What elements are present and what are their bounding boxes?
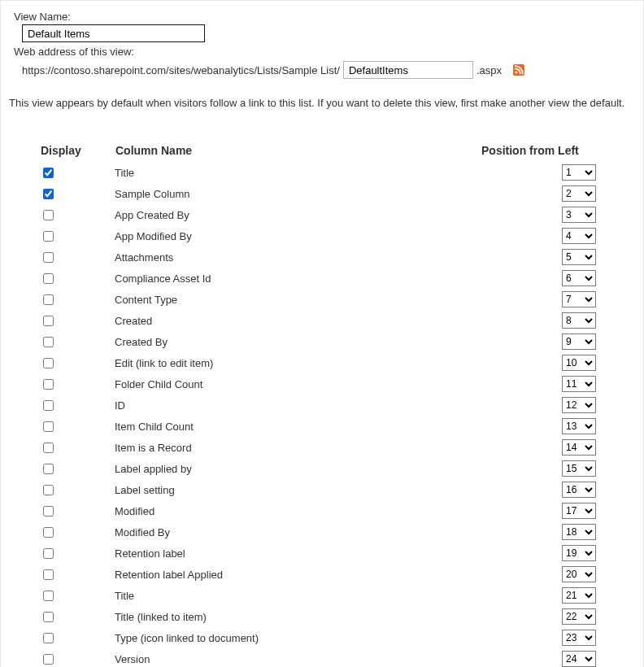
- column-name-label: Type (icon linked to document): [115, 632, 259, 644]
- table-row: Item Child Count123456789101112131415161…: [40, 416, 596, 437]
- display-checkbox[interactable]: [43, 273, 54, 284]
- web-address-label: Web address of this view:: [14, 46, 637, 58]
- display-checkbox[interactable]: [43, 168, 54, 178]
- display-checkbox[interactable]: [43, 252, 54, 263]
- table-row: App Created By12345678910111213141516171…: [40, 204, 596, 225]
- column-name-label: App Created By: [115, 209, 189, 221]
- column-name-label: ID: [115, 399, 125, 412]
- position-select[interactable]: 123456789101112131415161718192021222324: [562, 482, 596, 498]
- table-row: Edit (link to edit item)1234567891011121…: [40, 352, 596, 373]
- display-checkbox[interactable]: [43, 379, 54, 390]
- view-name-input[interactable]: [22, 24, 205, 42]
- column-name-label: Modified By: [115, 526, 170, 538]
- display-checkbox[interactable]: [43, 612, 54, 622]
- display-checkbox[interactable]: [43, 400, 54, 411]
- web-address-suffix: .aspx: [476, 64, 502, 76]
- position-select[interactable]: 123456789101112131415161718192021222324: [562, 164, 596, 181]
- position-select[interactable]: 123456789101112131415161718192021222324: [562, 566, 596, 582]
- display-checkbox[interactable]: [43, 189, 54, 199]
- table-row: Item is a Record123456789101112131415161…: [40, 437, 596, 458]
- display-checkbox[interactable]: [43, 569, 54, 580]
- position-select[interactable]: 123456789101112131415161718192021222324: [562, 185, 596, 202]
- view-name-label: View Name:: [14, 11, 637, 23]
- display-checkbox[interactable]: [43, 527, 54, 538]
- column-name-label: Compliance Asset Id: [115, 272, 211, 285]
- display-checkbox[interactable]: [43, 633, 54, 643]
- position-select[interactable]: 123456789101112131415161718192021222324: [562, 545, 596, 561]
- display-checkbox[interactable]: [43, 548, 54, 559]
- column-name-label: Edit (link to edit item): [115, 357, 213, 369]
- position-select[interactable]: 123456789101112131415161718192021222324: [562, 503, 596, 519]
- svg-point-1: [516, 72, 518, 74]
- display-checkbox[interactable]: [43, 485, 54, 495]
- column-name-label: Content Type: [115, 294, 177, 306]
- position-select[interactable]: 123456789101112131415161718192021222324: [562, 418, 596, 434]
- table-row: Attachments12345678910111213141516171819…: [40, 246, 596, 268]
- display-checkbox[interactable]: [43, 316, 54, 326]
- column-name-label: Title: [115, 167, 134, 179]
- table-row: Content Type1234567891011121314151617181…: [40, 289, 596, 310]
- position-select[interactable]: 123456789101112131415161718192021222324: [562, 608, 596, 625]
- view-description-text: This view appears by default when visito…: [7, 97, 637, 109]
- web-address-slug-input[interactable]: [343, 61, 473, 79]
- column-name-label: Label applied by: [115, 463, 192, 475]
- position-select[interactable]: 123456789101112131415161718192021222324: [562, 587, 596, 604]
- position-select[interactable]: 123456789101112131415161718192021222324: [562, 312, 596, 329]
- column-name-label: Item is a Record: [115, 442, 192, 454]
- position-select[interactable]: 123456789101112131415161718192021222324: [562, 334, 596, 350]
- table-row: Type (icon linked to document)1234567891…: [40, 627, 596, 648]
- display-checkbox[interactable]: [43, 421, 54, 432]
- position-select[interactable]: 123456789101112131415161718192021222324: [562, 397, 596, 413]
- position-select[interactable]: 123456789101112131415161718192021222324: [562, 291, 596, 307]
- table-row: Version123456789101112131415161718192021…: [40, 648, 596, 667]
- position-select[interactable]: 123456789101112131415161718192021222324: [562, 207, 596, 223]
- display-checkbox[interactable]: [43, 231, 54, 242]
- table-row: Modified By12345678910111213141516171819…: [40, 521, 596, 543]
- table-row: Created123456789101112131415161718192021…: [40, 310, 596, 331]
- web-address-prefix: https://contoso.sharepoint.com/sites/web…: [22, 64, 340, 76]
- header-column-name: Column Name: [115, 143, 481, 162]
- table-row: Compliance Asset Id123456789101112131415…: [40, 268, 596, 289]
- table-row: Retention label1234567891011121314151617…: [40, 543, 596, 564]
- display-checkbox[interactable]: [43, 506, 54, 517]
- column-name-label: Modified: [115, 505, 154, 517]
- display-checkbox[interactable]: [43, 294, 54, 305]
- rss-icon[interactable]: [513, 64, 524, 76]
- column-name-label: App Modified By: [115, 230, 192, 242]
- table-row: Retention label Applied12345678910111213…: [40, 564, 596, 585]
- position-select[interactable]: 123456789101112131415161718192021222324: [562, 228, 596, 244]
- column-name-label: Label setting: [115, 484, 175, 496]
- position-select[interactable]: 123456789101112131415161718192021222324: [562, 524, 596, 540]
- display-checkbox[interactable]: [43, 358, 54, 368]
- header-display: Display: [40, 143, 115, 162]
- column-name-label: Sample Column: [115, 188, 190, 200]
- display-checkbox[interactable]: [43, 210, 54, 220]
- table-row: Label setting123456789101112131415161718…: [40, 479, 596, 500]
- table-row: Title12345678910111213141516171819202122…: [40, 585, 596, 606]
- position-select[interactable]: 123456789101112131415161718192021222324: [562, 460, 596, 477]
- table-row: Sample Column123456789101112131415161718…: [40, 183, 596, 204]
- display-checkbox[interactable]: [43, 464, 54, 474]
- display-checkbox[interactable]: [43, 337, 54, 347]
- table-row: Title12345678910111213141516171819202122…: [40, 162, 596, 183]
- position-select[interactable]: 123456789101112131415161718192021222324: [562, 439, 596, 456]
- display-checkbox[interactable]: [43, 591, 54, 601]
- column-name-label: Retention label: [115, 547, 185, 560]
- column-name-label: Folder Child Count: [115, 378, 202, 390]
- position-select[interactable]: 123456789101112131415161718192021222324: [562, 376, 596, 392]
- column-name-label: Title: [115, 590, 134, 602]
- position-select[interactable]: 123456789101112131415161718192021222324: [562, 249, 596, 265]
- display-checkbox[interactable]: [43, 442, 54, 453]
- display-checkbox[interactable]: [43, 654, 54, 665]
- column-name-label: Retention label Applied: [115, 569, 223, 581]
- position-select[interactable]: 123456789101112131415161718192021222324: [562, 630, 596, 646]
- table-row: Folder Child Count1234567891011121314151…: [40, 373, 596, 395]
- column-name-label: Attachments: [115, 251, 173, 264]
- header-position: Position from Left: [481, 143, 596, 162]
- position-select[interactable]: 123456789101112131415161718192021222324: [562, 355, 596, 371]
- table-row: Title (linked to item)123456789101112131…: [40, 606, 596, 627]
- column-name-label: Created By: [115, 336, 168, 348]
- position-select[interactable]: 123456789101112131415161718192021222324: [562, 270, 596, 286]
- position-select[interactable]: 123456789101112131415161718192021222324: [562, 651, 596, 667]
- table-row: Modified12345678910111213141516171819202…: [40, 500, 596, 521]
